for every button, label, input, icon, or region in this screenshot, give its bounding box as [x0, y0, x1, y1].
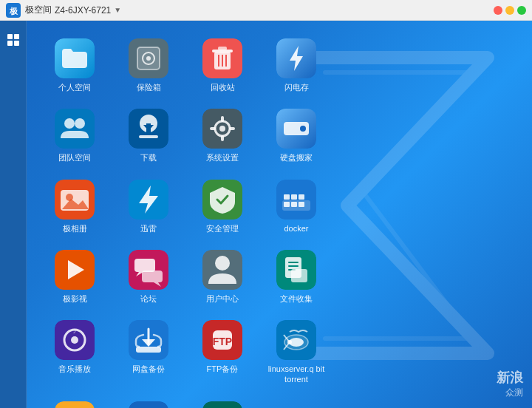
- app-icon-team-space: [55, 109, 95, 149]
- app-item-file-collect[interactable]: 文件收集: [263, 245, 330, 308]
- title-bar: 极 极空间 Z4-6JXY-6721 ▼: [0, 0, 532, 21]
- app-label-team-space: 团队空间: [58, 152, 91, 163]
- app-item-settings[interactable]: 系统设置: [189, 104, 256, 167]
- app-label-net-backup: 网盘备份: [132, 364, 165, 374]
- svg-point-37: [300, 126, 306, 132]
- app-icon-file-collect: [276, 250, 316, 290]
- window-controls: [494, 6, 526, 15]
- svg-rect-90: [129, 401, 168, 408]
- app-label-video: 极影视: [63, 293, 87, 304]
- app-label-xunlei: 迅雷: [140, 223, 157, 234]
- app-item-team-space[interactable]: 团队空间: [41, 104, 108, 167]
- app-icon-user-center: [202, 250, 242, 290]
- app-item-personal-space[interactable]: 个人空间: [41, 34, 108, 97]
- app-item-safe[interactable]: 保险箱: [115, 34, 182, 97]
- svg-point-21: [64, 118, 75, 129]
- app-icon-docker: [276, 180, 316, 220]
- device-name: Z4-6JXY-6721: [55, 5, 111, 16]
- app-item-music[interactable]: ♪音乐播放: [41, 316, 108, 390]
- svg-rect-34: [229, 127, 235, 130]
- app-icon-trash: [202, 38, 242, 78]
- close-button[interactable]: [494, 6, 502, 15]
- app-icon-photo: [55, 180, 95, 220]
- app-label-personal-space: 个人空间: [58, 82, 91, 92]
- app-item-docker[interactable]: docker: [263, 175, 330, 238]
- app-label-user-center: 用户中心: [206, 293, 239, 304]
- svg-rect-3: [14, 34, 19, 39]
- svg-rect-74: [136, 347, 161, 353]
- app-logo: 极: [6, 3, 21, 18]
- app-label-safe: 保险箱: [137, 82, 161, 92]
- dropdown-chevron[interactable]: ▼: [114, 6, 121, 14]
- app-item-user-center[interactable]: 用户中心: [189, 245, 256, 308]
- app-item-mac-backup[interactable]: Mac备份: [189, 397, 256, 408]
- svg-rect-56: [134, 259, 155, 272]
- app-item-net-backup[interactable]: 网盘备份: [115, 316, 182, 390]
- svg-text:极: 极: [9, 7, 18, 16]
- app-icon-forum: [129, 250, 168, 290]
- svg-rect-97: [202, 401, 242, 408]
- svg-rect-51: [291, 202, 297, 207]
- app-icon-settings: [202, 109, 242, 149]
- svg-rect-49: [299, 194, 304, 200]
- app-item-flash-storage[interactable]: 闪电存: [263, 34, 330, 97]
- app-icon-xunlei: [129, 180, 168, 220]
- app-label-hdd: 硬盘搬家: [280, 152, 313, 163]
- app-label-forum: 论坛: [140, 293, 157, 304]
- app-icon-net-backup: [129, 320, 168, 360]
- svg-rect-47: [284, 194, 290, 200]
- svg-rect-26: [139, 135, 158, 138]
- app-icon-mac-backup: [202, 401, 242, 408]
- app-item-security[interactable]: 安全管理: [189, 175, 256, 238]
- app-item-video[interactable]: 极影视: [41, 245, 108, 308]
- app-icon-music: ♪: [55, 320, 95, 360]
- svg-point-22: [75, 118, 85, 129]
- svg-rect-65: [288, 265, 299, 267]
- app-label-bt: linuxserver.q bittorrent: [267, 364, 325, 385]
- app-label-photo: 极相册: [63, 223, 87, 234]
- app-icon-hdd: [276, 109, 316, 149]
- svg-rect-14: [218, 47, 227, 50]
- app-icon-personal-space: [55, 38, 95, 78]
- app-item-notes[interactable]: 记事本: [41, 397, 108, 408]
- app-icon-security: [202, 180, 242, 220]
- minimize-button[interactable]: [505, 6, 514, 15]
- svg-rect-52: [299, 202, 304, 207]
- app-icon-flash-storage: [276, 38, 316, 78]
- app-item-forum[interactable]: 论坛: [115, 245, 182, 308]
- svg-rect-20: [55, 109, 95, 149]
- app-label-trash: 回收站: [211, 82, 235, 92]
- svg-rect-64: [288, 262, 299, 263]
- svg-rect-50: [284, 202, 290, 207]
- maximize-button[interactable]: [517, 6, 526, 15]
- svg-rect-48: [291, 194, 297, 200]
- app-item-bt[interactable]: linuxserver.q bittorrent: [263, 316, 330, 390]
- svg-point-30: [219, 126, 225, 132]
- app-label-flash-storage: 闪电存: [284, 82, 309, 92]
- app-label-security: 安全管理: [206, 223, 239, 234]
- app-icon-notes: [55, 401, 95, 408]
- app-item-monitor[interactable]: 设备监控: [115, 397, 182, 408]
- app-label-file-collect: 文件收集: [280, 293, 313, 304]
- main-container: 个人空间保险箱回收站闪电存团队空间下载系统设置硬盘搬家极相册迅雷安全管理dock…: [0, 21, 532, 408]
- svg-rect-5: [14, 41, 19, 46]
- content-area: 个人空间保险箱回收站闪电存团队空间下载系统设置硬盘搬家极相册迅雷安全管理dock…: [27, 21, 532, 408]
- svg-rect-58: [142, 271, 163, 282]
- app-icon-monitor: [129, 401, 168, 408]
- svg-rect-32: [221, 135, 224, 141]
- app-item-trash[interactable]: 回收站: [189, 34, 256, 97]
- svg-point-10: [146, 56, 151, 61]
- app-label-music: 音乐播放: [58, 364, 91, 374]
- app-item-ftp-backup[interactable]: FTPFTP备份: [189, 316, 256, 390]
- app-item-photo[interactable]: 极相册: [41, 175, 108, 238]
- svg-rect-31: [221, 116, 224, 122]
- app-icon-ftp-backup: FTP: [202, 320, 242, 360]
- app-icon-bt: [276, 320, 316, 360]
- sidebar-grid-icon[interactable]: [3, 30, 24, 50]
- app-item-hdd[interactable]: 硬盘搬家: [263, 104, 330, 167]
- app-label-docker: docker: [284, 223, 308, 234]
- svg-rect-67: [291, 269, 307, 282]
- app-item-xunlei[interactable]: 迅雷: [115, 175, 182, 238]
- app-icon-download: [129, 109, 168, 149]
- app-item-download[interactable]: 下载: [115, 104, 182, 167]
